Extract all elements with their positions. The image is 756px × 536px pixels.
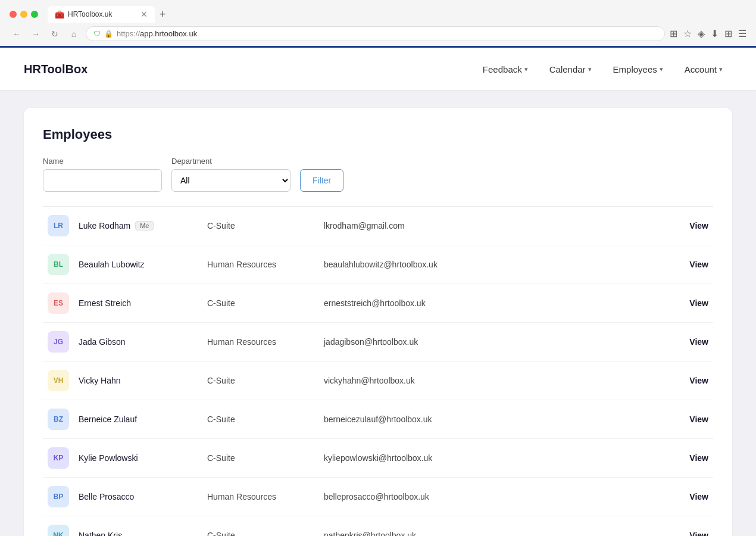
content-card: Employees Name Department All C-Suite Hu… bbox=[24, 108, 732, 536]
employee-email: berneicezulauf@hrtoolbox.uk bbox=[324, 415, 680, 424]
employee-row: BZ Berneice Zulauf C-Suite berneicezulau… bbox=[43, 400, 713, 439]
nav-item-account[interactable]: Account ▾ bbox=[675, 60, 732, 79]
nav-calendar-label: Calendar bbox=[549, 64, 586, 74]
maximize-button[interactable] bbox=[31, 11, 38, 18]
employee-name: Vicky Hahn bbox=[79, 376, 198, 385]
address-bar[interactable]: 🛡 🔒 https://app.hrtoolbox.uk bbox=[86, 26, 665, 41]
employee-department: C-Suite bbox=[207, 376, 314, 385]
nav-feedback-label: Feedback bbox=[483, 64, 522, 74]
avatar: ES bbox=[48, 292, 69, 314]
view-link[interactable]: View bbox=[689, 415, 708, 424]
nav-item-feedback[interactable]: Feedback ▾ bbox=[473, 60, 538, 79]
browser-tab[interactable]: 🧰 HRToolbox.uk ✕ bbox=[48, 6, 155, 23]
view-link[interactable]: View bbox=[689, 376, 708, 385]
tab-close-button[interactable]: ✕ bbox=[140, 10, 148, 19]
browser-toolbar: ← → ↻ ⌂ 🛡 🔒 https://app.hrtoolbox.uk ⊞ ☆… bbox=[0, 23, 756, 46]
download-icon[interactable]: ⬇ bbox=[711, 28, 718, 39]
employee-email: beaulahlubowitz@hrtoolbox.uk bbox=[324, 260, 680, 269]
home-button[interactable]: ⌂ bbox=[67, 27, 81, 41]
back-button[interactable]: ← bbox=[10, 27, 24, 41]
view-link[interactable]: View bbox=[689, 337, 708, 347]
avatar: JG bbox=[48, 331, 69, 353]
view-link[interactable]: View bbox=[689, 531, 708, 536]
employee-name: Nathen Kris bbox=[79, 531, 198, 536]
employees-chevron-icon: ▾ bbox=[660, 66, 663, 73]
navbar: HRToolBox Feedback ▾ Calendar ▾ Employee… bbox=[0, 48, 756, 90]
nav-account-label: Account bbox=[685, 64, 717, 74]
browser-titlebar: 🧰 HRToolbox.uk ✕ + bbox=[0, 0, 756, 23]
url-host: app.hrtoolbox.uk bbox=[140, 29, 197, 38]
menu-icon[interactable]: ☰ bbox=[738, 28, 746, 39]
employee-list: LR Luke Rodham Me C-Suite lkrodham@gmail… bbox=[43, 206, 713, 536]
extensions-icon[interactable]: ⊞ bbox=[724, 28, 732, 39]
forward-button[interactable]: → bbox=[29, 27, 43, 41]
refresh-button[interactable]: ↻ bbox=[48, 27, 62, 41]
department-filter-group: Department All C-Suite Human Resources E… bbox=[171, 157, 290, 192]
avatar: BL bbox=[48, 254, 69, 275]
avatar: KP bbox=[48, 447, 69, 469]
employee-row: BL Beaulah Lubowitz Human Resources beau… bbox=[43, 245, 713, 284]
employee-row: NK Nathen Kris C-Suite nathenkris@hrtool… bbox=[43, 516, 713, 536]
employee-department: C-Suite bbox=[207, 415, 314, 424]
view-link[interactable]: View bbox=[689, 260, 708, 269]
employee-row: ES Ernest Streich C-Suite erneststreich@… bbox=[43, 284, 713, 323]
employee-email: vickyhahn@hrtoolbox.uk bbox=[324, 376, 680, 385]
avatar: BP bbox=[48, 486, 69, 507]
name-search-input[interactable] bbox=[43, 169, 162, 192]
employee-row: LR Luke Rodham Me C-Suite lkrodham@gmail… bbox=[43, 207, 713, 245]
name-filter-group: Name bbox=[43, 157, 162, 192]
employee-department: C-Suite bbox=[207, 298, 314, 308]
lock-icon: 🔒 bbox=[104, 30, 113, 38]
tab-favicon: 🧰 bbox=[55, 10, 64, 19]
employee-row: BP Belle Prosacco Human Resources bellep… bbox=[43, 478, 713, 516]
employee-department: C-Suite bbox=[207, 453, 314, 463]
nav-menu: Feedback ▾ Calendar ▾ Employees ▾ Accoun… bbox=[473, 60, 732, 79]
name-filter-label: Name bbox=[43, 157, 162, 166]
employee-row: KP Kylie Powlowski C-Suite kyliepowlowsk… bbox=[43, 439, 713, 478]
avatar: BZ bbox=[48, 409, 69, 430]
employee-name: Luke Rodham Me bbox=[79, 221, 198, 230]
grid-icon[interactable]: ⊞ bbox=[670, 28, 677, 39]
filter-row: Name Department All C-Suite Human Resour… bbox=[43, 157, 713, 192]
tab-bar: 🧰 HRToolbox.uk ✕ + bbox=[48, 6, 746, 23]
nav-item-employees[interactable]: Employees ▾ bbox=[604, 60, 673, 79]
avatar: LR bbox=[48, 215, 69, 236]
brand-logo: HRToolBox bbox=[24, 63, 88, 76]
filter-button[interactable]: Filter bbox=[300, 169, 343, 192]
tab-title: HRToolbox.uk bbox=[68, 10, 112, 18]
nav-employees-label: Employees bbox=[613, 64, 657, 74]
nav-item-calendar[interactable]: Calendar ▾ bbox=[540, 60, 601, 79]
employee-email: belleprosacco@hrtoolbox.uk bbox=[324, 492, 680, 501]
traffic-lights bbox=[10, 11, 38, 18]
employee-email: erneststreich@hrtoolbox.uk bbox=[324, 298, 680, 308]
browser-chrome: 🧰 HRToolbox.uk ✕ + ← → ↻ ⌂ 🛡 🔒 https://a… bbox=[0, 0, 756, 48]
me-badge: Me bbox=[135, 221, 154, 230]
employee-name: Berneice Zulauf bbox=[79, 415, 198, 424]
view-link[interactable]: View bbox=[689, 453, 708, 463]
url-display: https://app.hrtoolbox.uk bbox=[117, 29, 197, 38]
department-select[interactable]: All C-Suite Human Resources Engineering … bbox=[171, 169, 290, 192]
employee-department: C-Suite bbox=[207, 221, 314, 230]
employee-department: Human Resources bbox=[207, 337, 314, 347]
bookmark-icon[interactable]: ☆ bbox=[683, 28, 692, 39]
employee-email: nathenkris@hrtoolbox.uk bbox=[324, 531, 680, 536]
employee-department: C-Suite bbox=[207, 531, 314, 536]
account-chevron-icon: ▾ bbox=[719, 66, 723, 73]
employee-name: Kylie Powlowski bbox=[79, 453, 198, 463]
employee-name: Jada Gibson bbox=[79, 337, 198, 347]
view-link[interactable]: View bbox=[689, 298, 708, 308]
view-link[interactable]: View bbox=[689, 221, 708, 230]
pocket-icon[interactable]: ◈ bbox=[698, 28, 705, 39]
employee-row: VH Vicky Hahn C-Suite vickyhahn@hrtoolbo… bbox=[43, 362, 713, 400]
view-link[interactable]: View bbox=[689, 492, 708, 501]
employee-name: Ernest Streich bbox=[79, 298, 198, 308]
url-prefix: https:// bbox=[117, 29, 140, 38]
avatar: VH bbox=[48, 370, 69, 391]
minimize-button[interactable] bbox=[20, 11, 27, 18]
close-button[interactable] bbox=[10, 11, 17, 18]
main-content: Employees Name Department All C-Suite Hu… bbox=[0, 90, 756, 536]
new-tab-button[interactable]: + bbox=[160, 8, 166, 21]
avatar: NK bbox=[48, 525, 69, 536]
security-icon: 🛡 bbox=[93, 30, 101, 38]
toolbar-actions: ⊞ ☆ ◈ ⬇ ⊞ ☰ bbox=[670, 28, 746, 39]
